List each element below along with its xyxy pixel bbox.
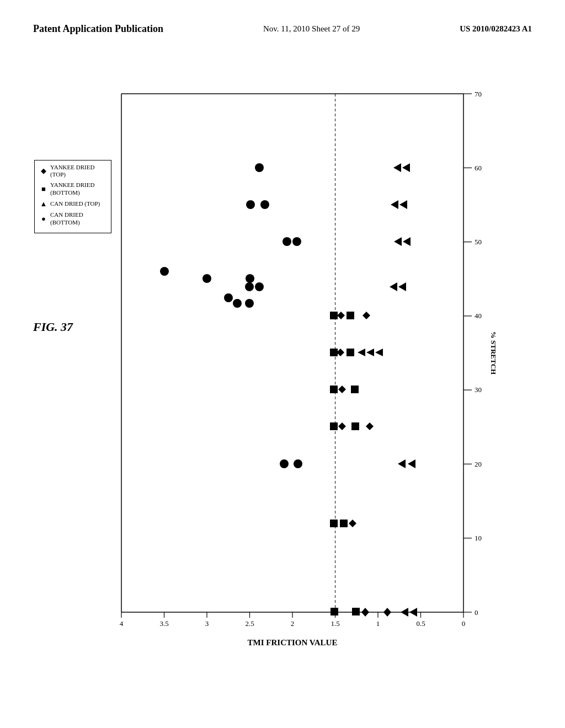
data-point <box>358 349 365 356</box>
svg-text:4: 4 <box>120 619 124 628</box>
svg-text:30: 30 <box>475 386 482 394</box>
svg-text:0: 0 <box>475 608 478 617</box>
data-point <box>351 422 359 430</box>
data-point <box>398 282 406 291</box>
data-point <box>391 200 398 209</box>
data-point <box>337 312 345 319</box>
svg-text:10: 10 <box>475 534 482 542</box>
data-point <box>398 459 406 468</box>
data-point <box>245 299 254 308</box>
svg-text:0: 0 <box>462 619 466 628</box>
data-point <box>245 282 254 291</box>
legend-symbol-yankee-bottom: ■ <box>39 185 48 194</box>
svg-text:2: 2 <box>291 619 295 628</box>
svg-text:40: 40 <box>475 312 482 320</box>
publication-number: US 2010/0282423 A1 <box>460 22 532 34</box>
data-point <box>338 386 346 393</box>
data-point <box>340 520 348 527</box>
svg-text:1.5: 1.5 <box>331 619 339 628</box>
data-point <box>330 422 338 430</box>
data-point <box>393 163 401 172</box>
data-point <box>233 299 242 308</box>
data-point <box>347 349 354 356</box>
data-point <box>349 520 356 527</box>
data-point <box>394 237 402 246</box>
publication-title: Patent Application Publication <box>33 22 163 36</box>
data-point <box>260 200 269 209</box>
data-point <box>390 282 397 291</box>
page-header: Patent Application Publication Nov. 11, … <box>0 0 565 36</box>
data-point <box>351 386 359 393</box>
data-point <box>409 608 417 617</box>
svg-text:50: 50 <box>475 238 482 246</box>
data-point <box>347 312 354 319</box>
svg-text:3: 3 <box>205 619 209 628</box>
data-point <box>255 282 264 291</box>
x-axis-label: TMI FRICTION VALUE <box>248 638 338 647</box>
svg-text:2.5: 2.5 <box>245 619 254 628</box>
data-point <box>282 237 291 246</box>
figure-label: FIG. 37 <box>33 320 73 334</box>
data-point <box>338 422 346 430</box>
data-point <box>363 312 370 319</box>
data-point <box>361 608 369 617</box>
data-point <box>337 349 344 356</box>
data-point <box>246 274 254 283</box>
data-point <box>375 349 383 356</box>
data-point <box>402 163 410 172</box>
data-point <box>330 312 338 319</box>
legend-symbol-yankee-top: ◆ <box>39 167 48 175</box>
svg-text:0.5: 0.5 <box>416 619 425 628</box>
legend-symbol-can-top: ▲ <box>39 200 48 208</box>
data-point <box>399 200 407 209</box>
data-point <box>331 608 338 615</box>
data-point <box>330 386 338 393</box>
data-point <box>330 349 338 356</box>
data-point <box>246 200 255 209</box>
data-point <box>160 267 169 276</box>
data-point <box>255 163 264 172</box>
data-point <box>280 459 289 468</box>
data-point <box>383 608 391 617</box>
data-point <box>366 349 374 356</box>
svg-text:3.5: 3.5 <box>159 619 168 628</box>
chart-svg: 4 3.5 3 2.5 2 1.5 1 0.5 0 0 10 20 30 40 … <box>88 83 497 662</box>
data-point <box>330 520 338 527</box>
svg-text:20: 20 <box>475 460 482 468</box>
svg-text:70: 70 <box>475 90 482 98</box>
data-point <box>408 459 415 468</box>
data-point <box>403 237 411 246</box>
data-point <box>366 422 374 430</box>
legend-symbol-can-bottom: ● <box>39 215 48 223</box>
data-point <box>401 608 408 617</box>
data-point <box>294 459 302 468</box>
y-axis-label: % STRETCH <box>489 331 497 374</box>
svg-text:60: 60 <box>475 164 482 172</box>
data-point <box>292 237 301 246</box>
data-point <box>352 608 360 615</box>
svg-text:1: 1 <box>376 619 380 628</box>
data-point <box>202 274 211 283</box>
data-point <box>224 293 233 302</box>
publication-date-sheet: Nov. 11, 2010 Sheet 27 of 29 <box>263 22 360 34</box>
